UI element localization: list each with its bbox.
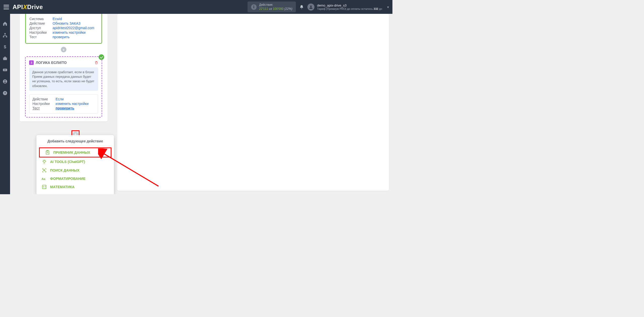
check-icon [99,54,104,60]
logic-block: 3 ЛОГИКА ЕСЛИ/ТО Данное условие сработае… [25,56,102,117]
nav-help-icon[interactable]: ? [2,90,8,96]
kv-key: Действие [32,97,52,101]
workflow-card: СистемаEcwid ДействиеОбновить ЗАКАЗ Дост… [20,14,108,122]
step-number: 3 [29,60,34,65]
tariff-suf: дн [378,7,382,10]
svg-text:Aa: Aa [42,177,45,180]
svg-rect-1 [5,33,6,34]
kv-link[interactable]: изменить настройки [56,102,89,106]
bell-icon[interactable] [299,5,304,9]
trash-icon[interactable] [95,61,98,65]
logo[interactable]: APIXDrive [13,4,43,11]
svg-point-12 [43,160,45,162]
popup-item-label: ФОРМАТИРОВАНИЕ [50,177,86,181]
nav-sitemap-icon[interactable] [2,32,8,38]
nav-home-icon[interactable] [2,21,8,26]
tariff-pre: Тариф |Премиум PRO| до оплаты осталось [317,7,374,10]
popup-item-format[interactable]: Aa ФОРМАТИРОВАНИЕ [36,175,114,183]
svg-point-0 [310,6,312,7]
logic-table: ДействиеЕсли Настройкиизменить настройки… [29,94,98,113]
kv-key: Настройки [29,30,49,34]
logic-header: 3 ЛОГИКА ЕСЛИ/ТО [29,60,98,65]
add-action-popup: Добавить следующее действие ПРИЕМНИК ДАН… [36,135,114,194]
popup-title: Добавить следующее действие [40,139,110,146]
kv-key: Тест [29,35,49,39]
svg-rect-15 [43,185,46,189]
popup-item-label: ПРИЕМНИК ДАННЫХ [53,150,90,154]
kv-link[interactable]: Обновить ЗАКАЗ [53,21,80,25]
top-bar: APIXDrive i Действия: 22'111 из 100'000 … [0,0,392,14]
svg-point-8 [5,80,6,82]
kv-link[interactable]: Ecwid [53,17,62,21]
chevron-down-icon[interactable]: ▾ [387,5,389,9]
popup-item-search[interactable]: ПОИСК ДАННЫХ [36,166,114,175]
user-icon [307,4,314,11]
actions-label: Действия: [259,3,292,7]
nav-user-icon[interactable] [2,79,8,84]
nav-briefcase-icon[interactable] [2,56,8,61]
logo-text-x: X [23,4,27,10]
kv-link[interactable]: проверить [56,106,74,110]
actions-counter[interactable]: i Действия: 22'111 из 100'000 (22%) [248,2,296,12]
actions-pct: (22%) [284,7,292,11]
content-panel [117,14,389,191]
kv-link[interactable]: изменить настройки [53,30,86,34]
scan-icon [42,168,47,173]
user-name: demo_apix-drive_s3 [317,4,382,7]
nav-dollar-icon[interactable]: $ [2,44,8,50]
receiver-block: СистемаEcwid ДействиеОбновить ЗАКАЗ Дост… [25,14,102,44]
header-right: i Действия: 22'111 из 100'000 (22%) demo… [248,2,389,12]
actions-text: Действия: 22'111 из 100'000 (22%) [259,3,292,11]
kv-key: Система [29,17,49,21]
kv-link[interactable]: Если [56,97,64,101]
popup-item-label: AI TOOLS (ChatGPT) [50,160,85,164]
popup-item-receiver[interactable]: ПРИЕМНИК ДАННЫХ [39,147,111,157]
popup-item-label: МАТЕМАТИКА [50,185,74,189]
aa-icon: Aa [42,176,47,181]
info-icon: i [251,4,257,10]
kv-key: Тест [32,106,52,110]
actions-used: 22'111 [259,7,268,11]
kv-link[interactable]: apidritest2022@gmail.com [53,26,94,30]
actions-sep: из [269,7,272,11]
popup-item-label: ПОИСК ДАННЫХ [50,168,79,172]
svg-rect-2 [3,36,4,37]
svg-text:$: $ [4,45,6,49]
math-icon [42,184,47,189]
popup-item-ai[interactable]: AI TOOLS (ChatGPT) [36,157,114,166]
step-title: ЛОГИКА ЕСЛИ/ТО [36,61,67,65]
svg-point-13 [44,170,45,171]
popup-item-math[interactable]: МАТЕМАТИКА [36,183,114,191]
tariff-days: 332 [374,7,378,10]
svg-rect-11 [46,151,49,154]
clipboard-icon [45,150,50,155]
gear-brain-icon [42,159,47,164]
user-text: demo_apix-drive_s3 Тариф |Премиум PRO| д… [317,4,382,10]
logo-text-b: Drive [27,4,43,10]
kv-key: Доступ [29,26,49,30]
logo-text-a: API [13,4,23,10]
kv-key: Настройки [32,102,52,106]
nav-youtube-icon[interactable] [2,67,8,73]
add-step-button[interactable]: + [61,47,66,52]
logic-note: Данное условие сработает, если в блоке П… [29,67,98,91]
svg-rect-3 [6,36,7,37]
svg-rect-5 [3,58,7,60]
actions-total: 100'000 [273,7,284,11]
kv-link[interactable]: проверить [53,35,70,39]
svg-text:?: ? [4,91,6,95]
menu-icon[interactable] [4,5,9,9]
side-nav: $ ? [0,14,10,194]
user-box[interactable]: demo_apix-drive_s3 Тариф |Премиум PRO| д… [307,4,389,11]
kv-key: Действие [29,21,49,25]
